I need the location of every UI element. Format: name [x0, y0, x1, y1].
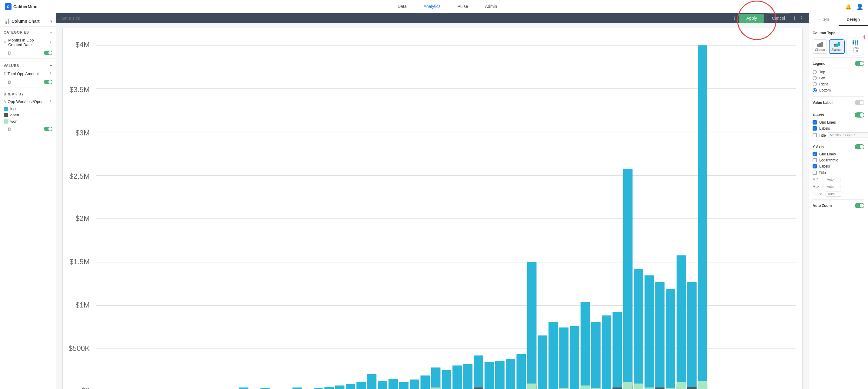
value-options-button[interactable]: ⋮: [48, 71, 52, 76]
chart-type-selector[interactable]: 📊 Column Chart: [4, 18, 40, 24]
value-toggle[interactable]: [44, 80, 52, 84]
tab-filters[interactable]: Filters: [809, 13, 839, 26]
svg-rect-56: [431, 367, 441, 389]
value-label-toggle[interactable]: [855, 100, 864, 105]
y-axis-logarithmic-row[interactable]: Logarithmic: [813, 157, 864, 163]
x-axis-labels-row[interactable]: ✓ Labels: [813, 125, 864, 131]
y-axis-interval-input[interactable]: [826, 191, 841, 197]
svg-rect-100: [645, 388, 654, 389]
y-axis-label: Y-Axis: [813, 145, 824, 149]
y-axis-title-checkbox[interactable]: [813, 171, 817, 175]
svg-rect-93: [623, 169, 633, 389]
break-color-open: open: [0, 112, 56, 118]
chart-type-chevron[interactable]: ▾: [50, 19, 52, 24]
svg-rect-80: [559, 328, 568, 389]
svg-rect-186: [857, 41, 858, 42]
y-axis-title-row: Title: [813, 169, 864, 176]
y-axis-grid-lines-checkbox[interactable]: ✓: [813, 152, 817, 156]
column-type-classic[interactable]: Classic: [813, 39, 827, 54]
y-axis-min-label: Min: [813, 177, 824, 181]
column-type-stacked[interactable]: Stacked: [829, 39, 845, 54]
svg-rect-58: [431, 388, 441, 389]
right-sidebar: Filters Design 1 Column Type Classic: [809, 13, 868, 389]
categories-label: Categories: [4, 30, 29, 34]
y-axis-labels-checkbox[interactable]: ✓: [813, 164, 817, 169]
nav-tab-admin[interactable]: Admin: [477, 0, 506, 13]
tab-design[interactable]: Design: [839, 13, 868, 26]
user-icon[interactable]: 👤: [857, 3, 863, 10]
legend-right-radio[interactable]: [813, 82, 817, 86]
svg-rect-95: [623, 382, 633, 389]
x-axis-grid-lines-checkbox[interactable]: ✓: [813, 120, 817, 124]
svg-text:$2M: $2M: [75, 214, 90, 222]
svg-text:$4M: $4M: [75, 40, 90, 49]
y-axis-grid-lines-row[interactable]: ✓ Grid Lines: [813, 151, 864, 157]
add-category-button[interactable]: +: [50, 30, 52, 35]
auto-zoom-toggle[interactable]: [855, 203, 864, 208]
y-axis-logarithmic-checkbox[interactable]: [813, 158, 817, 162]
legend-toggle[interactable]: [855, 61, 864, 66]
svg-rect-172: [819, 43, 821, 47]
download-icon[interactable]: ⬇: [793, 16, 797, 21]
svg-rect-177: [836, 43, 838, 43]
category-options-button[interactable]: ⋮: [48, 40, 52, 45]
chart-area: ℹ Apply Cancel ⬇ ⋮ $4M $3.5M $3M $2.5M $…: [56, 13, 809, 389]
value-label-section-row: Value Label: [813, 98, 864, 107]
legend-left-radio[interactable]: [813, 76, 817, 80]
y-axis-labels-row[interactable]: ✓ Labels: [813, 163, 864, 169]
legend-bottom-radio[interactable]: [813, 88, 817, 92]
cancel-button[interactable]: Cancel: [767, 13, 790, 23]
svg-rect-98: [634, 384, 643, 389]
stack100-chart-icon: [852, 40, 858, 46]
legend-top-option[interactable]: Top: [813, 69, 864, 75]
nav-tab-pulse[interactable]: Pulse: [449, 0, 477, 13]
chart-title-input[interactable]: [61, 16, 730, 21]
delete-category-button[interactable]: 🗑: [4, 50, 15, 56]
won-color-swatch[interactable]: [4, 119, 8, 124]
x-axis-grid-lines-row[interactable]: ✓ Grid Lines: [813, 119, 864, 125]
svg-rect-107: [677, 382, 686, 389]
svg-rect-69: [495, 361, 504, 389]
y-axis-toggle[interactable]: [855, 144, 864, 149]
x-axis-title-checkbox[interactable]: [813, 133, 817, 137]
lost-color-swatch[interactable]: [4, 107, 8, 111]
legend-bottom-option[interactable]: Bottom: [813, 87, 864, 93]
notifications-icon[interactable]: 🔔: [845, 3, 851, 10]
nav-right: 🔔 👤: [845, 3, 863, 10]
break-by-section-header: Break by: [0, 89, 56, 97]
won-label: won: [10, 119, 18, 124]
break-by-options-button[interactable]: ⋮: [48, 99, 52, 104]
auto-zoom-section-row: Auto Zoom: [813, 202, 864, 210]
legend-section-label: Legend: [813, 61, 826, 66]
y-axis-min-input[interactable]: [825, 177, 840, 182]
legend-top-radio[interactable]: [813, 70, 817, 74]
apply-button[interactable]: Apply: [739, 13, 764, 23]
svg-rect-53: [410, 380, 419, 389]
legend-right-option[interactable]: Right: [813, 81, 864, 87]
break-by-prefix: A: [4, 100, 6, 103]
add-value-button[interactable]: +: [50, 63, 52, 68]
y-axis-max-row: Max: [813, 183, 864, 190]
more-options-icon[interactable]: ⋮: [799, 16, 804, 21]
category-toggle[interactable]: [44, 51, 52, 55]
column-type-stack100[interactable]: Stack 100: [846, 37, 864, 55]
x-axis-title-input[interactable]: [828, 132, 868, 138]
open-color-swatch[interactable]: [4, 113, 8, 117]
x-axis-labels-checkbox[interactable]: ✓: [813, 126, 817, 130]
delete-value-button[interactable]: 🗑: [4, 79, 15, 85]
x-axis-toggle[interactable]: [855, 112, 864, 118]
nav-tab-data[interactable]: Data: [389, 0, 415, 13]
svg-rect-102: [655, 388, 664, 389]
svg-rect-179: [838, 42, 840, 42]
left-sidebar: 📊 Column Chart ▾ Categories + M Months i…: [0, 13, 56, 389]
break-by-toggle[interactable]: [44, 127, 52, 131]
svg-rect-109: [687, 387, 696, 389]
delete-break-by-button[interactable]: 🗑: [4, 126, 15, 132]
legend-left-option[interactable]: Left: [813, 75, 864, 81]
svg-rect-92: [612, 388, 622, 389]
svg-rect-71: [516, 354, 526, 389]
nav-tab-analytics[interactable]: Analytics: [415, 0, 449, 13]
y-axis-max-input[interactable]: [825, 184, 840, 189]
svg-text:$1.5M: $1.5M: [69, 258, 90, 266]
legend-position-group: Top Left Right Bottom: [813, 68, 864, 94]
